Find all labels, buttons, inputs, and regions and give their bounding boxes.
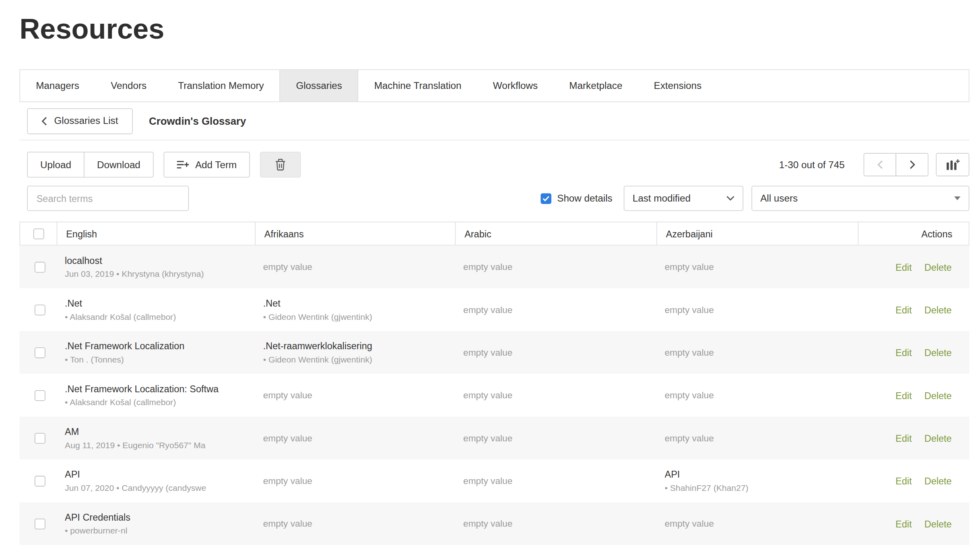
chevron-left-icon xyxy=(877,160,883,169)
row-checkbox[interactable] xyxy=(35,433,45,443)
download-button[interactable]: Download xyxy=(84,152,153,177)
row-checkbox-cell xyxy=(19,502,56,545)
empty-value: empty value xyxy=(463,433,647,443)
edit-link[interactable]: Edit xyxy=(895,433,912,443)
back-button-label: Glossaries List xyxy=(54,115,118,126)
caret-down-icon xyxy=(954,196,961,200)
upload-download-group: Upload Download xyxy=(27,152,153,177)
edit-link[interactable]: Edit xyxy=(895,390,912,401)
edit-link[interactable]: Edit xyxy=(895,347,912,358)
term-text: API Credentials xyxy=(65,512,246,523)
row-checkbox[interactable] xyxy=(35,262,45,272)
term-meta: • Ton . (Tonnes) xyxy=(65,355,246,364)
cell-afrikaans: .Net-raamwerklokalisering • Gideon Wenti… xyxy=(254,331,454,374)
tab-vendors[interactable]: Vendors xyxy=(95,70,162,101)
row-checkbox[interactable] xyxy=(35,390,45,401)
edit-link[interactable]: Edit xyxy=(895,476,912,486)
delete-link[interactable]: Delete xyxy=(924,390,952,401)
resources-page: Resources Managers Vendors Translation M… xyxy=(0,12,980,552)
add-term-button[interactable]: Add Term xyxy=(164,152,250,177)
toolbar-right: 1-30 out of 745 xyxy=(779,153,970,176)
cell-afrikaans: empty value xyxy=(254,502,454,545)
empty-value: empty value xyxy=(664,305,848,315)
tab-machine-translation[interactable]: Machine Translation xyxy=(359,70,477,101)
term-meta: • Alaksandr Košal (callmebor) xyxy=(65,398,246,407)
row-checkbox[interactable] xyxy=(35,476,45,486)
delete-link[interactable]: Delete xyxy=(924,433,952,443)
cell-english: .Net Framework Localization: Softwa • Al… xyxy=(56,374,254,416)
next-page-button[interactable] xyxy=(895,153,928,176)
row-checkbox[interactable] xyxy=(35,304,45,315)
delete-link[interactable]: Delete xyxy=(924,262,952,272)
row-checkbox-cell xyxy=(19,245,56,288)
delete-link[interactable]: Delete xyxy=(924,347,952,358)
select-all-cell xyxy=(20,222,57,245)
show-details-checkbox[interactable]: Show details xyxy=(541,193,613,204)
columns-icon xyxy=(946,159,959,171)
users-select-value: All users xyxy=(760,193,798,204)
row-checkbox-cell xyxy=(19,417,56,459)
term-meta: • Gideon Wentink (gjwentink) xyxy=(263,355,446,364)
users-select[interactable]: All users xyxy=(751,186,969,211)
tab-glossaries[interactable]: Glossaries xyxy=(280,70,359,101)
delete-link[interactable]: Delete xyxy=(924,518,952,529)
glossaries-list-back-button[interactable]: Glossaries List xyxy=(27,108,132,134)
column-header-arabic[interactable]: Arabic xyxy=(455,222,656,245)
upload-button[interactable]: Upload xyxy=(27,152,85,177)
select-all-checkbox[interactable] xyxy=(33,228,44,239)
empty-value: empty value xyxy=(664,433,848,443)
edit-link[interactable]: Edit xyxy=(895,262,912,272)
tab-extensions[interactable]: Extensions xyxy=(638,70,717,101)
cell-actions: Edit Delete xyxy=(857,459,969,502)
search-input[interactable] xyxy=(27,186,189,211)
cell-actions: Edit Delete xyxy=(857,331,969,374)
cell-arabic: empty value xyxy=(454,459,656,502)
term-meta: Aug 11, 2019 • Eugenio "Ryo567" Ma xyxy=(65,441,246,450)
delete-link[interactable]: Delete xyxy=(924,304,952,315)
empty-value: empty value xyxy=(263,262,446,272)
column-header-azerbaijani[interactable]: Azerbaijani xyxy=(656,222,858,245)
term-meta: • Alaksandr Košal (callmebor) xyxy=(65,312,246,321)
term-meta: • ShahinF27 (Khan27) xyxy=(664,483,848,492)
filter-right: Show details Last modified All users xyxy=(541,186,970,211)
row-checkbox[interactable] xyxy=(35,347,45,358)
term-text: localhost xyxy=(65,255,246,266)
cell-azerbaijani: empty value xyxy=(656,245,857,288)
edit-link[interactable]: Edit xyxy=(895,518,912,529)
empty-value: empty value xyxy=(263,390,446,400)
tab-translation-memory[interactable]: Translation Memory xyxy=(162,70,279,101)
filter-row: Show details Last modified All users xyxy=(19,186,969,211)
row-checkbox[interactable] xyxy=(35,518,45,529)
term-text: .Net Framework Localization xyxy=(65,340,246,351)
delete-link[interactable]: Delete xyxy=(924,476,952,486)
row-checkbox-cell xyxy=(19,331,56,374)
tab-workflows[interactable]: Workflows xyxy=(477,70,554,101)
term-meta: • powerburner-nl xyxy=(65,526,246,536)
table-row: API Credentials • powerburner-nl empty v… xyxy=(19,502,969,545)
cell-azerbaijani: API • ShahinF27 (Khan27) xyxy=(656,459,857,502)
tab-marketplace[interactable]: Marketplace xyxy=(553,70,638,101)
breadcrumb: Glossaries List Crowdin's Glossary xyxy=(19,102,969,140)
edit-link[interactable]: Edit xyxy=(895,304,912,315)
column-header-afrikaans[interactable]: Afrikaans xyxy=(255,222,455,245)
term-meta: Jun 03, 2019 • Khrystyna (khrystyna) xyxy=(65,270,246,279)
prev-page-button[interactable] xyxy=(864,153,896,176)
cell-actions: Edit Delete xyxy=(857,374,969,416)
cell-actions: Edit Delete xyxy=(857,288,969,331)
cell-afrikaans: empty value xyxy=(254,459,454,502)
column-header-english[interactable]: English xyxy=(57,222,255,245)
row-checkbox-cell xyxy=(19,459,56,502)
chevron-right-icon xyxy=(909,160,915,169)
trash-icon xyxy=(275,159,286,171)
delete-selected-button[interactable] xyxy=(260,152,301,177)
table-row: API Jun 07, 2020 • Candyyyyy (candyswe e… xyxy=(19,459,969,502)
configure-columns-button[interactable] xyxy=(936,153,970,176)
resources-tab-bar: Managers Vendors Translation Memory Glos… xyxy=(19,69,969,102)
sort-select[interactable]: Last modified xyxy=(624,186,743,211)
page-title: Resources xyxy=(19,12,969,46)
cell-english: API Credentials • powerburner-nl xyxy=(56,502,254,545)
term-text: API xyxy=(664,469,848,480)
cell-english: .Net • Alaksandr Košal (callmebor) xyxy=(56,288,254,331)
tab-managers[interactable]: Managers xyxy=(20,70,95,101)
empty-value: empty value xyxy=(463,348,647,358)
